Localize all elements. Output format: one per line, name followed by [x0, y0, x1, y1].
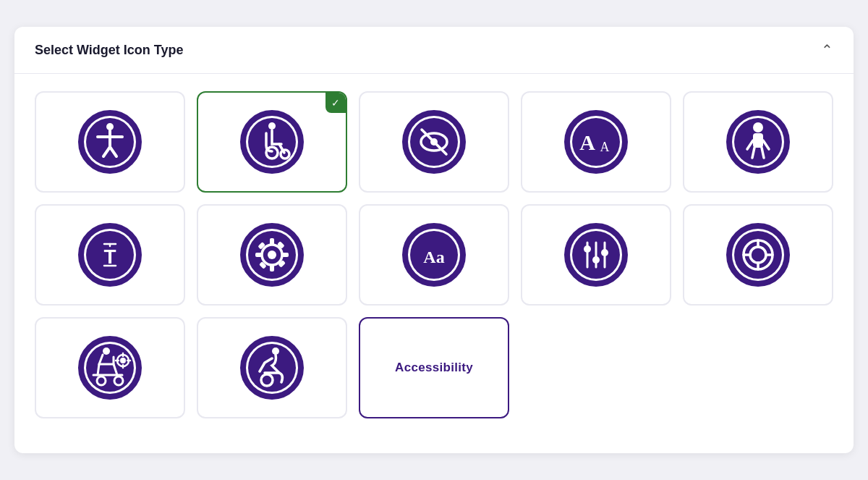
icon-card-person-simple[interactable] [683, 91, 833, 193]
svg-point-85 [120, 358, 126, 363]
icon-card-text-aa[interactable]: Aa [359, 204, 509, 306]
gear-icon [239, 222, 305, 287]
svg-text:A: A [600, 140, 610, 154]
hidden-icon [401, 109, 467, 174]
svg-rect-48 [270, 265, 274, 271]
icon-card-gear[interactable] [197, 204, 347, 306]
svg-rect-30 [753, 133, 763, 148]
person-simple-icon [726, 109, 791, 174]
svg-rect-49 [255, 253, 262, 257]
svg-point-46 [268, 250, 276, 259]
svg-text:A: A [579, 130, 595, 154]
icon-card-wheelchair-motor[interactable] [35, 317, 185, 418]
icon-card-sliders[interactable] [521, 204, 671, 306]
svg-text:T: T [103, 245, 116, 268]
icon-card-accessibility-person[interactable] [35, 91, 185, 193]
svg-point-65 [592, 256, 600, 264]
svg-point-29 [753, 122, 763, 132]
lifebuoy-icon [726, 222, 791, 287]
text-aa-icon: Aa [401, 222, 467, 287]
collapse-icon[interactable]: ⌃ [821, 41, 833, 59]
icon-card-font-size[interactable]: A A [521, 91, 671, 193]
wheelchair-active-icon [239, 335, 305, 400]
svg-rect-50 [282, 253, 289, 257]
icon-card-text-size[interactable]: T [35, 204, 185, 306]
accessibility-person-icon [77, 109, 142, 174]
sliders-icon [563, 222, 629, 287]
panel-title: Select Widget Icon Type [35, 43, 184, 58]
icon-card-wheelchair-active[interactable] [197, 317, 347, 418]
svg-point-80 [103, 348, 110, 355]
panel-header: Select Widget Icon Type ⌃ [14, 27, 854, 74]
widget-icon-panel: Select Widget Icon Type ⌃ ✓ [14, 27, 854, 453]
svg-text:Aa: Aa [423, 248, 444, 266]
wheelchair-motor-icon [77, 335, 142, 400]
icon-card-hidden[interactable] [359, 91, 509, 193]
icon-card-accessibility-text[interactable]: Accessibility [359, 317, 509, 418]
icons-grid: ✓ [14, 74, 854, 436]
svg-point-67 [601, 249, 608, 256]
accessibility-text-label: Accessibility [395, 361, 473, 375]
svg-point-11 [268, 122, 276, 130]
selected-checkmark: ✓ [326, 93, 346, 113]
font-size-icon: A A [563, 109, 629, 174]
svg-point-79 [86, 344, 134, 392]
icon-card-wheelchair[interactable]: ✓ [197, 91, 347, 193]
svg-point-63 [584, 245, 591, 253]
svg-rect-47 [270, 238, 274, 245]
icon-card-lifebuoy[interactable] [683, 204, 833, 306]
svg-point-72 [750, 247, 766, 263]
wheelchair-icon [239, 109, 305, 174]
text-size-icon: T [77, 222, 142, 287]
